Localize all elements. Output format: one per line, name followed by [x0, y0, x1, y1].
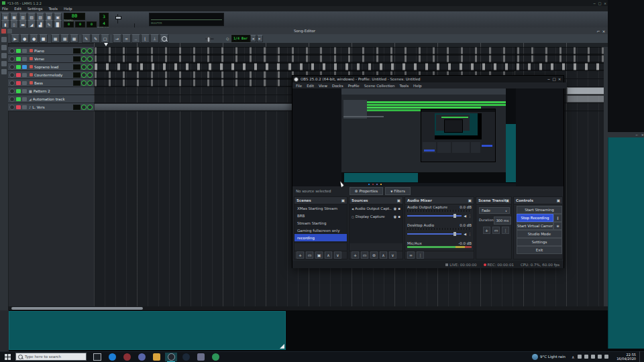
- track-name[interactable]: Countermelody: [34, 73, 73, 77]
- track-gear-icon[interactable]: [9, 56, 15, 62]
- network-icon[interactable]: [584, 355, 588, 359]
- pan-knob[interactable]: [87, 48, 93, 54]
- fx-channel-lcd[interactable]: [73, 64, 80, 70]
- track-gear-icon[interactable]: [9, 72, 15, 78]
- weather-widget[interactable]: 9°C Light rain: [532, 351, 566, 362]
- volume-slider[interactable]: [407, 215, 462, 217]
- track-mute-icon[interactable]: [16, 49, 21, 53]
- taskbar-clock[interactable]: 22:55 16/04/2020: [614, 353, 636, 361]
- obs-preview-canvas[interactable]: [341, 88, 516, 186]
- track-name[interactable]: Bass: [34, 81, 73, 85]
- fx-channel-lcd[interactable]: [73, 80, 80, 86]
- obs-menu-docks[interactable]: Docks: [332, 84, 343, 88]
- draw-mode-button[interactable]: ✎: [82, 34, 91, 43]
- volume-knob[interactable]: [81, 72, 87, 78]
- start-button[interactable]: [0, 351, 15, 362]
- add-source-button[interactable]: +: [352, 251, 359, 259]
- start-virtual-camera-button[interactable]: Start Virtual Camera: [517, 222, 553, 230]
- channel-menu-icon[interactable]: ⋮: [468, 214, 472, 218]
- computer-icon[interactable]: [1, 69, 7, 74]
- lmms-menu-help[interactable]: Help: [64, 7, 72, 11]
- taskbar-search[interactable]: Type here to search: [15, 353, 87, 361]
- track-name[interactable]: Soprano lead: [34, 65, 73, 69]
- obs-menu-help[interactable]: Help: [413, 84, 422, 88]
- pan-knob[interactable]: [87, 72, 93, 78]
- remove-scene-button[interactable]: ▭: [306, 251, 313, 259]
- song-editor-close-button[interactable]: ×: [601, 29, 606, 34]
- explorer-icon[interactable]: [150, 353, 162, 361]
- volume-knob[interactable]: [81, 64, 87, 70]
- source-down-button[interactable]: ∨: [389, 251, 396, 259]
- lmms-maximize-button[interactable]: □: [597, 1, 602, 5]
- popout-icon[interactable]: ▣: [468, 198, 472, 202]
- track-solo-icon[interactable]: [22, 97, 27, 101]
- track-header[interactable]: ◢ Automation track: [8, 95, 94, 103]
- edit-mode-button[interactable]: ✎: [91, 34, 100, 43]
- studio-mode-button[interactable]: Studio Mode: [517, 230, 562, 238]
- mixer-menu-button[interactable]: ⋮: [417, 251, 424, 259]
- play-button[interactable]: ▶: [11, 34, 19, 43]
- right-window-titlebar[interactable]: ⌐ ×: [608, 132, 644, 137]
- next-marker-icon[interactable]: →: [113, 34, 121, 43]
- pattern-clip[interactable]: [94, 63, 608, 70]
- edge-icon[interactable]: [106, 353, 118, 361]
- pattern-clip[interactable]: [94, 55, 608, 62]
- lock-icon[interactable]: ▪: [398, 206, 400, 210]
- obs-menu-scene-collection[interactable]: Scene Collection: [364, 84, 395, 88]
- q-decrease-button[interactable]: ◄: [250, 35, 256, 42]
- scene-item[interactable]: BRB: [294, 212, 347, 219]
- obs-menu-edit[interactable]: Edit: [307, 84, 314, 88]
- transition-menu-button[interactable]: ⋮: [502, 227, 509, 234]
- track-header[interactable]: ♪ L. Vers: [8, 103, 94, 111]
- obs-minimize-button[interactable]: −: [546, 77, 551, 81]
- track-mute-icon[interactable]: [16, 65, 21, 69]
- track-name[interactable]: Automation track: [33, 97, 93, 101]
- track-mute-icon[interactable]: [16, 73, 21, 77]
- obs-taskbar-icon[interactable]: [165, 353, 177, 361]
- transition-select[interactable]: Fade∨: [479, 207, 510, 214]
- track-gear-icon[interactable]: [9, 80, 15, 86]
- lmms-titlebar[interactable]: *13-05 - LMMS 1.2.2 − □ ×: [0, 0, 608, 6]
- scene-item[interactable]: Gaming fullscreen only: [294, 227, 347, 234]
- song-editor-restore-button[interactable]: ⌐: [596, 29, 601, 34]
- channel-menu-icon[interactable]: ⋮: [468, 232, 472, 236]
- scene-up-button[interactable]: ∧: [325, 251, 332, 259]
- add-transition-button[interactable]: +: [483, 227, 490, 234]
- volume-slider[interactable]: [407, 233, 462, 235]
- obs-preview-area[interactable]: [292, 88, 564, 186]
- obs-menu-profile[interactable]: Profile: [348, 84, 360, 88]
- obs-close-button[interactable]: ×: [557, 77, 562, 81]
- show-desktop-button[interactable]: [640, 351, 644, 362]
- zoom-icon[interactable]: [160, 34, 168, 43]
- pause-recording-button[interactable]: ∥: [553, 214, 562, 222]
- filters-button[interactable]: ▼ Filters: [385, 187, 411, 195]
- track-mute-icon[interactable]: [16, 57, 21, 61]
- track-row[interactable]: [94, 63, 608, 71]
- track-name[interactable]: Piano: [34, 49, 73, 53]
- remove-transition-button[interactable]: ▭: [492, 227, 500, 234]
- mute-speaker-icon[interactable]: ◀: [464, 232, 466, 236]
- pattern-clip[interactable]: [567, 87, 608, 95]
- fx-channel-lcd[interactable]: [73, 48, 80, 54]
- track-gear-icon[interactable]: [9, 64, 15, 70]
- track-mute-icon[interactable]: [16, 105, 21, 109]
- record-button[interactable]: ●: [20, 34, 29, 43]
- mdi-song-icon[interactable]: [1, 29, 6, 34]
- dots-icon[interactable]: ‥: [131, 34, 140, 43]
- track-header[interactable]: Countermelody: [8, 71, 94, 79]
- obs-titlebar[interactable]: OBS 25.0.2 (64-bit, windows) - Profile: …: [292, 76, 564, 82]
- obs-maximize-button[interactable]: □: [551, 77, 557, 81]
- add-bb-track-button[interactable]: ▦: [51, 34, 60, 43]
- track-solo-icon[interactable]: [22, 73, 27, 77]
- track-gear-icon[interactable]: [9, 105, 15, 110]
- track-header[interactable]: Piano: [8, 47, 94, 55]
- lmms-close-button[interactable]: ×: [602, 1, 608, 5]
- volume-knob[interactable]: [81, 105, 87, 110]
- track-header[interactable]: Soprano lead: [8, 63, 94, 71]
- track-gear-icon[interactable]: [9, 48, 15, 54]
- scene-item[interactable]: XMas Starting Stream: [294, 204, 347, 212]
- lmms-menu-file[interactable]: File: [2, 7, 8, 11]
- eye-icon[interactable]: ◉: [393, 206, 396, 210]
- volume-knob[interactable]: [81, 56, 87, 62]
- q-increase-button[interactable]: ►: [257, 35, 263, 42]
